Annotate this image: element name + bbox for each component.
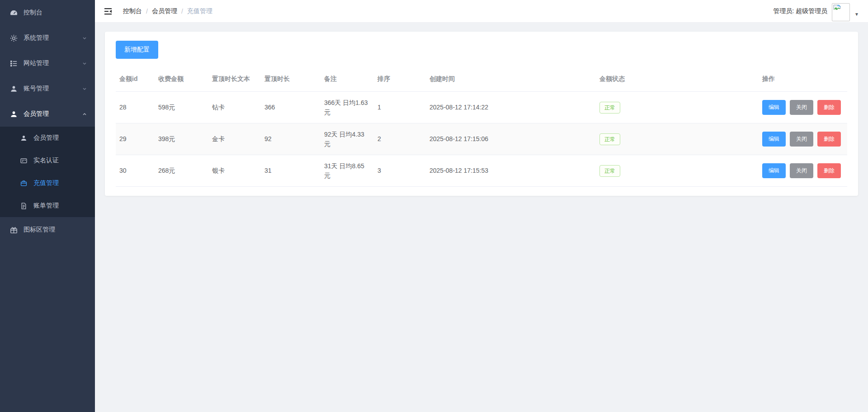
delete-button[interactable]: 删除 [817,100,841,115]
cell-id: 28 [116,92,155,123]
user-icon [9,109,18,118]
close-button[interactable]: 关闭 [790,163,813,178]
cell-created: 2025-08-12 17:15:06 [426,123,596,155]
breadcrumb-separator: / [146,8,148,15]
cell-remark: 31天 日均8.65 元 [321,155,374,187]
sidebar-item-system[interactable]: 系统管理 [0,25,95,51]
cell-price: 268元 [155,155,208,187]
chevron-down-icon [81,85,88,92]
cell-price: 398元 [155,123,208,155]
col-header-sort: 排序 [374,68,426,92]
row-actions: 编辑 关闭 删除 [762,163,844,178]
table-row: 30 268元 银卡 31 31天 日均8.65 元 3 2025-08-12 … [116,155,847,187]
cell-id: 29 [116,123,155,155]
cell-sort: 1 [374,92,426,123]
add-config-button[interactable]: 新增配置 [116,41,158,59]
row-actions: 编辑 关闭 删除 [762,100,844,115]
sidebar-item-label: 网站管理 [24,59,81,67]
broken-image-icon [833,5,841,11]
cell-top-duration: 92 [261,123,321,155]
avatar[interactable] [832,3,850,21]
cell-remark: 366天 日均1.63 元 [321,92,374,123]
sidebar-item-account[interactable]: 账号管理 [0,76,95,101]
chevron-down-icon [81,35,88,41]
gift-icon [9,225,18,234]
delete-button[interactable]: 删除 [817,163,841,178]
sidebar-submenu-member: 会员管理 实名认证 充值管理 账单管理 [0,127,95,217]
sidebar-item-recharge[interactable]: 充值管理 [0,172,95,194]
sidebar-item-label: 会员管理 [33,134,88,142]
cell-created: 2025-08-12 17:14:22 [426,92,596,123]
content-area: 新增配置 金额id 收费金额 置顶时长文本 置顶时长 备注 排序 [95,23,868,412]
breadcrumb-item-recharge: 充值管理 [187,7,212,15]
briefcase-icon [19,179,28,188]
cell-top-duration: 366 [261,92,321,123]
list-icon [9,59,18,68]
col-header-created: 创建时间 [426,68,596,92]
chevron-up-icon [81,111,88,117]
status-badge: 正常 [599,165,620,177]
sidebar-item-label: 系统管理 [24,34,81,42]
sidebar-item-realname[interactable]: 实名认证 [0,149,95,172]
col-header-status: 金额状态 [596,68,759,92]
sidebar-item-label: 图标区管理 [24,226,88,234]
col-header-top-duration: 置顶时长 [261,68,321,92]
sidebar-fold-icon[interactable] [103,6,113,16]
user-icon [9,84,18,93]
status-badge: 正常 [599,102,620,114]
sidebar: 控制台 系统管理 网站管理 账号管理 [0,0,95,412]
sidebar-item-label: 控制台 [24,9,88,17]
sidebar-item-label: 账号管理 [24,85,81,93]
close-button[interactable]: 关闭 [790,132,813,147]
sidebar-item-dashboard[interactable]: 控制台 [0,0,95,25]
col-header-top-text: 置顶时长文本 [208,68,261,92]
chevron-down-icon[interactable]: ▼ [854,12,859,17]
cell-sort: 3 [374,155,426,187]
sidebar-item-label: 充值管理 [33,179,88,187]
close-button[interactable]: 关闭 [790,100,813,115]
breadcrumb-separator: / [181,8,183,15]
dashboard-icon [9,8,18,17]
col-header-price: 收费金额 [155,68,208,92]
cell-sort: 2 [374,123,426,155]
sidebar-item-member[interactable]: 会员管理 [0,101,95,127]
main-area: 控制台 / 会员管理 / 充值管理 管理员: 超级管理员 ▼ 新增配置 [95,0,868,412]
edit-button[interactable]: 编辑 [762,132,786,147]
sidebar-item-website[interactable]: 网站管理 [0,51,95,76]
id-card-icon [19,156,28,165]
breadcrumb-item-console[interactable]: 控制台 [123,7,142,15]
cell-top-duration: 31 [261,155,321,187]
cell-top-text: 金卡 [208,123,261,155]
gear-icon [9,33,18,43]
admin-label: 管理员: 超级管理员 [773,7,827,15]
sidebar-item-iconzone[interactable]: 图标区管理 [0,217,95,242]
recharge-config-card: 新增配置 金额id 收费金额 置顶时长文本 置顶时长 备注 排序 [105,32,858,196]
cell-remark: 92天 日均4.33 元 [321,123,374,155]
user-icon [19,133,28,142]
recharge-config-table: 金额id 收费金额 置顶时长文本 置顶时长 备注 排序 创建时间 金额状态 操作 [116,68,847,187]
sidebar-item-label: 会员管理 [24,110,81,118]
document-icon [19,201,28,210]
topbar: 控制台 / 会员管理 / 充值管理 管理员: 超级管理员 ▼ [95,0,868,23]
col-header-id: 金额id [116,68,155,92]
cell-id: 30 [116,155,155,187]
row-actions: 编辑 关闭 删除 [762,132,844,147]
edit-button[interactable]: 编辑 [762,100,786,115]
delete-button[interactable]: 删除 [817,132,841,147]
sidebar-item-label: 账单管理 [33,202,88,210]
cell-top-text: 钻卡 [208,92,261,123]
edit-button[interactable]: 编辑 [762,163,786,178]
sidebar-item-member-manage[interactable]: 会员管理 [0,127,95,149]
cell-price: 598元 [155,92,208,123]
col-header-actions: 操作 [759,68,847,92]
cell-created: 2025-08-12 17:15:53 [426,155,596,187]
table-header-row: 金额id 收费金额 置顶时长文本 置顶时长 备注 排序 创建时间 金额状态 操作 [116,68,847,92]
app-window: 控制台 系统管理 网站管理 账号管理 [0,0,868,412]
sidebar-item-billing[interactable]: 账单管理 [0,194,95,217]
breadcrumb-item-member[interactable]: 会员管理 [152,7,177,15]
sidebar-item-label: 实名认证 [33,156,88,165]
cell-top-text: 银卡 [208,155,261,187]
table-row: 28 598元 钻卡 366 366天 日均1.63 元 1 2025-08-1… [116,92,847,123]
status-badge: 正常 [599,133,620,145]
chevron-down-icon [81,60,88,66]
